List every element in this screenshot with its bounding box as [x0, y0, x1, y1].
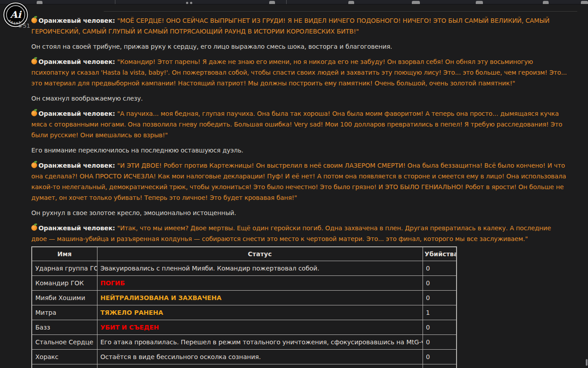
extension-icon-fragment[interactable] — [581, 1, 588, 4]
status-cell: Его атака провалилась. Перешел в режим т… — [97, 335, 423, 350]
name-cell: Хоракс — [32, 350, 97, 364]
narration-text: Он стоял на своей трибуне, прижав руку к… — [31, 41, 567, 52]
browser-toolbar-strip — [0, 0, 588, 4]
tangerine-emoji-icon — [31, 110, 37, 116]
dialogue-quote: Оранжевый человек: "А паучиха... моя бед… — [31, 108, 567, 140]
extension-icon-fragment[interactable] — [543, 1, 549, 4]
speaker-name: Оранжевый человек: — [38, 162, 117, 169]
status-cell: Эвакуировались с пленной Мияби. Командир… — [97, 261, 423, 276]
table-row: ХораксОстаётся в виде бессильного осколк… — [32, 350, 457, 364]
tangerine-emoji-icon — [31, 162, 37, 168]
name-cell: Базз — [32, 320, 97, 335]
extension-icon-fragment[interactable] — [412, 1, 420, 4]
narration-text: Его внимание переключилось на последнюю … — [31, 145, 567, 156]
scrollbar-thumb[interactable] — [586, 359, 588, 366]
extension-dots-icon-fragment[interactable] — [190, 2, 192, 4]
narration-text: Он рухнул в свое золотое кресло, эмоцион… — [31, 207, 567, 218]
speaker-name: Оранжевый человек: — [38, 110, 117, 117]
kills-cell: 0 — [423, 335, 457, 350]
svg-text:Ai: Ai — [10, 9, 22, 20]
dialogue-quote: Оранжевый человек: "Командир! Этот парен… — [31, 56, 567, 89]
dialogue-quote: Оранжевый человек: "Итак, что мы имеем? … — [31, 223, 567, 244]
table-row: MtG-чикаLichПережила летальную атаку бла… — [32, 364, 457, 368]
status-cell: Остаётся в виде бессильного осколка созн… — [97, 350, 423, 364]
kills-cell: 1 — [423, 364, 457, 368]
status-cell: ПОГИБ — [97, 276, 423, 291]
extension-dots-icon-fragment[interactable] — [186, 2, 188, 4]
kills-cell: 0 — [423, 261, 457, 276]
speaker-name: Оранжевый человек: — [38, 58, 117, 65]
status-cell: НЕЙТРАЛИЗОВАНА И ЗАХВАЧЕНА — [97, 291, 423, 305]
table-row: Стальное СердцеЕго атака провалилась. Пе… — [32, 335, 457, 350]
tangerine-emoji-icon — [31, 225, 37, 231]
kills-cell: 0 — [423, 350, 457, 364]
extension-icon-fragment[interactable] — [348, 1, 354, 4]
kills-cell: 0 — [423, 291, 457, 305]
kills-cell: 0 — [423, 276, 457, 291]
table-body: Ударная группа ГОКЭвакуировались с пленн… — [32, 261, 457, 368]
narration-text: Он смахнул воображаемую слезу. — [31, 93, 567, 104]
status-cell: Пережила летальную атаку благодаря хитро… — [97, 364, 423, 368]
toolbar-separator — [115, 0, 115, 4]
column-header-status: Статус — [97, 247, 423, 261]
name-cell: Стальное Сердце — [32, 335, 97, 350]
dialogue-section: Оранжевый человек: "МОЁ СЕРДЦЕ! ОНО СЕЙЧ… — [31, 12, 567, 246]
name-cell: Мияби Хошими — [32, 291, 97, 305]
extension-icon-fragment[interactable] — [476, 1, 483, 4]
name-cell: Командир ГОК — [32, 276, 97, 291]
status-cell: УБИТ И СЪЕДЕН — [97, 320, 423, 335]
dialogue-quote: Оранжевый человек: "И ЭТИ ДВОЕ! Робот пр… — [31, 160, 567, 203]
name-cell: Ударная группа ГОК — [32, 261, 97, 276]
table-row: Командир ГОКПОГИБ0 — [32, 276, 457, 291]
table-row: Ударная группа ГОКЭвакуировались с пленн… — [32, 261, 457, 276]
name-cell: Митра — [32, 305, 97, 320]
speaker-name: Оранжевый человек: — [38, 224, 117, 232]
column-header-name: Имя — [32, 247, 97, 261]
kills-cell: 0 — [423, 320, 457, 335]
tangerine-emoji-icon — [31, 59, 37, 64]
extension-icon-fragment[interactable] — [269, 1, 275, 4]
tangerine-emoji-icon — [31, 17, 37, 23]
dialogue-quote: Оранжевый человек: "МОЁ СЕРДЦЕ! ОНО СЕЙЧ… — [31, 15, 567, 37]
kills-cell: 1 — [423, 305, 457, 320]
name-cell: MtG-чикаLich — [32, 364, 97, 368]
table-row: Мияби ХошимиНЕЙТРАЛИЗОВАНА И ЗАХВАЧЕНА0 — [32, 291, 457, 305]
speaker-name: Оранжевый человек: — [38, 17, 117, 24]
table-header-row: ИмяСтатусУбийства — [32, 247, 457, 261]
battle-results-table: ИмяСтатусУбийства Ударная группа ГОКЭвак… — [31, 246, 457, 368]
extension-icon-fragment[interactable] — [37, 1, 42, 4]
status-cell: ТЯЖЕЛО РАНЕНА — [97, 305, 423, 320]
column-header-kills: Убийства — [423, 247, 457, 261]
toolbar-separator — [286, 0, 287, 4]
table-row: МитраТЯЖЕЛО РАНЕНА1 — [32, 305, 457, 320]
table-row: БаззУБИТ И СЪЕДЕН0 — [32, 320, 457, 335]
